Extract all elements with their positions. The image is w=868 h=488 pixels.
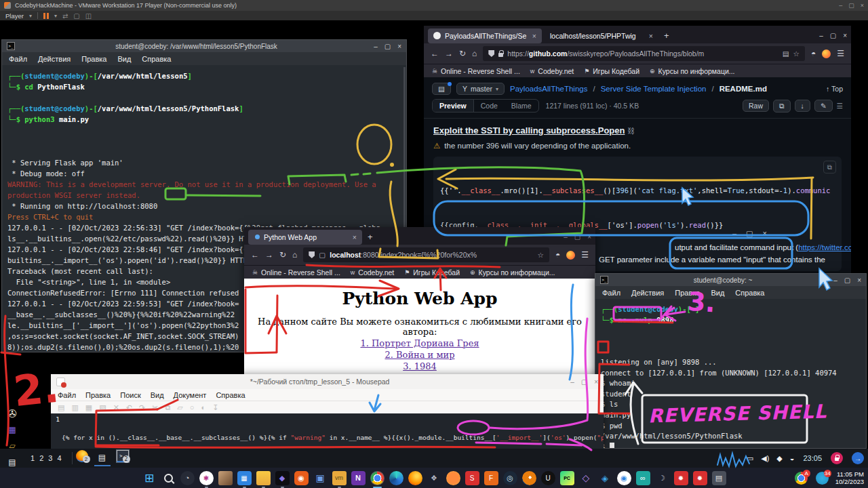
windows-taskbar-icon[interactable]: ◇	[579, 471, 593, 485]
reader-view-icon[interactable]: ▤	[783, 49, 789, 58]
bookmark-item[interactable]: wCodeby.net	[530, 67, 574, 75]
close-button[interactable]: ×	[397, 43, 401, 50]
home-icon[interactable]: ⌂	[292, 250, 297, 260]
windows-taskbar-icon[interactable]: vm	[332, 471, 347, 485]
breadcrumb-repo[interactable]: PayloadsAllTheThings	[510, 85, 587, 93]
heading-subprocess-popen[interactable]: Exploit the SSTI by calling subprocess.P…	[433, 125, 625, 136]
bookmark-item[interactable]: ⊕Курсы по информаци...	[470, 268, 555, 277]
windows-taskbar-icon[interactable]: ▤	[712, 471, 726, 485]
menu-item[interactable]: Справка	[142, 55, 171, 63]
bookmark-item[interactable]: ⚑Игры Кодебай	[584, 67, 639, 75]
bookmark-item[interactable]: ⊕Курсы по информаци...	[650, 67, 734, 75]
vm-clock[interactable]: 23:05	[803, 454, 822, 462]
outline-icon[interactable]: ☰	[837, 102, 843, 110]
raw-button[interactable]: Raw	[743, 100, 769, 112]
minimize-button[interactable]: –	[833, 277, 837, 284]
close-button[interactable]: ×	[857, 277, 861, 284]
toolbar-icon[interactable]: ▧	[99, 403, 106, 412]
branch-button[interactable]: Y master ▾	[456, 83, 505, 95]
menu-item[interactable]: Файл	[58, 391, 76, 399]
pocket-icon[interactable]: ◓	[811, 49, 816, 58]
minimize-button[interactable]: –	[564, 233, 568, 241]
copy-raw-icon[interactable]: ⧉	[773, 100, 791, 113]
bookmark-star-icon[interactable]: ☆	[538, 251, 544, 259]
menu-item[interactable]: Вид	[117, 55, 131, 63]
windows-taskbar-icon[interactable]: F	[484, 471, 498, 485]
tray-app-icon[interactable]: 34	[816, 472, 829, 485]
back-to-top-link[interactable]: ↑ Top	[826, 85, 843, 93]
windows-taskbar-icon[interactable]: PC	[560, 471, 574, 485]
reload-icon[interactable]: ↻	[459, 49, 466, 58]
workspace-number[interactable]: 1	[31, 454, 35, 462]
breadcrumb-folder[interactable]: Server Side Template Injection	[601, 85, 707, 93]
anchor-link-icon[interactable]: ⛓	[627, 127, 635, 135]
windows-taskbar-icon[interactable]: ☽	[655, 471, 669, 485]
forward-icon[interactable]: →	[445, 49, 453, 58]
tab-code[interactable]: Code	[474, 100, 505, 112]
url-bar[interactable]: https://github.com/swisskyrepo/PayloadsA…	[483, 46, 805, 61]
windows-taskbar-icon[interactable]	[256, 471, 271, 485]
vmware-minimize-button[interactable]: –	[839, 2, 842, 9]
menu-item[interactable]: Вид	[711, 289, 724, 297]
file-tree-button[interactable]: ▤	[432, 83, 451, 95]
workspace-number[interactable]: 3	[48, 454, 52, 462]
terminal-titlebar[interactable]: >_ student@codeby: ~ – ▢ ×	[595, 274, 866, 286]
book-link-1[interactable]: 1. Портрет Дориана Грея	[244, 338, 595, 348]
suspend-vm-button[interactable]	[43, 13, 49, 19]
tab-localhost-phptwig[interactable]: localhost/lesson5/PHPTwig ×	[545, 28, 658, 43]
tab-blame[interactable]: Blame	[505, 100, 538, 112]
maximize-button[interactable]: ▢	[844, 277, 850, 284]
twitter-link[interactable]: https://twitter.com/SecGus	[798, 243, 851, 251]
vmware-titlebar[interactable]: CodebyHackMachine - VMware Workstation 1…	[0, 0, 868, 11]
windows-taskbar-icon[interactable]: N	[351, 471, 366, 485]
toolbar-icon[interactable]: ▥	[71, 403, 78, 412]
pocket-icon[interactable]: ◓	[555, 250, 560, 260]
windows-taskbar-icon[interactable]: ▦	[237, 471, 252, 485]
menu-item[interactable]: Правка	[85, 391, 111, 399]
forward-icon[interactable]: →	[265, 250, 273, 260]
running-app-button[interactable]: 2	[76, 450, 88, 462]
tab-preview[interactable]: Preview	[433, 100, 474, 112]
toolbar-icon[interactable]: ↷	[139, 403, 145, 412]
menu-icon[interactable]: ☰	[581, 250, 589, 260]
toolbar-icon[interactable]: ▤	[58, 403, 64, 412]
windows-taskbar-icon[interactable]: ▣	[313, 471, 328, 485]
close-tab-icon[interactable]: ×	[649, 32, 653, 40]
menu-item[interactable]: Правка	[81, 55, 106, 63]
url-bar[interactable]: ▢ localhost:8080/index?book={%%20for%20x…	[303, 247, 549, 262]
ctrl-alt-del-icon[interactable]: ⇄	[62, 12, 68, 20]
toolbar-icon[interactable]: ⧉	[165, 403, 171, 412]
windows-taskbar-icon[interactable]	[161, 471, 176, 485]
toolbar-icon[interactable]: ◐	[201, 403, 205, 411]
menu-item[interactable]: Действия	[631, 289, 664, 297]
menu-item[interactable]: Поиск	[120, 391, 140, 399]
tray-icon[interactable]: ▭	[747, 454, 753, 463]
bookmark-item[interactable]: ⚑Игры Кодебай	[404, 268, 460, 277]
firefox-account-icon[interactable]	[566, 251, 575, 260]
windows-taskbar-icon[interactable]: S	[465, 471, 479, 485]
bookmark-item[interactable]: wCodeby.net	[351, 268, 394, 277]
editor-area[interactable]: 1 {% for x in ().__class__.__base__.__su…	[51, 413, 604, 449]
terminal-titlebar[interactable]: >_ student@codeby: /var/www/html/lesson5…	[2, 40, 406, 52]
minimize-button[interactable]: –	[819, 32, 823, 39]
toolbar-icon[interactable]: ▦	[85, 403, 92, 412]
menu-item[interactable]: Справка	[735, 289, 764, 297]
windows-taskbar-icon[interactable]	[389, 471, 403, 485]
back-icon[interactable]: ←	[251, 250, 259, 260]
close-button[interactable]: ×	[587, 233, 591, 241]
windows-taskbar-icon[interactable]: ◈	[598, 471, 612, 485]
close-tab-icon[interactable]: ×	[532, 32, 536, 40]
windows-taskbar-icon[interactable]	[522, 471, 536, 485]
toolbar-icon[interactable]: ✕	[113, 403, 119, 412]
bookmark-item[interactable]: ☠Online - Reverse Shell ...	[252, 268, 340, 277]
menu-item[interactable]: Правка	[675, 289, 700, 297]
shield-icon[interactable]	[309, 251, 315, 258]
windows-taskbar-icon[interactable]	[408, 471, 422, 485]
tab-python-web-app[interactable]: Python Web App ×	[248, 230, 362, 245]
menu-item[interactable]: Файл	[9, 55, 27, 63]
new-tab-button[interactable]: +	[664, 30, 669, 41]
taskbar-launcher-icon[interactable]: ✇	[4, 405, 20, 422]
minimize-button[interactable]: –	[374, 43, 378, 50]
windows-taskbar-icon[interactable]: ◉	[617, 471, 631, 485]
mousepad-window[interactable]: *~/Рабочий стол/tmp_lesson_5 - Mousepad …	[51, 374, 604, 449]
